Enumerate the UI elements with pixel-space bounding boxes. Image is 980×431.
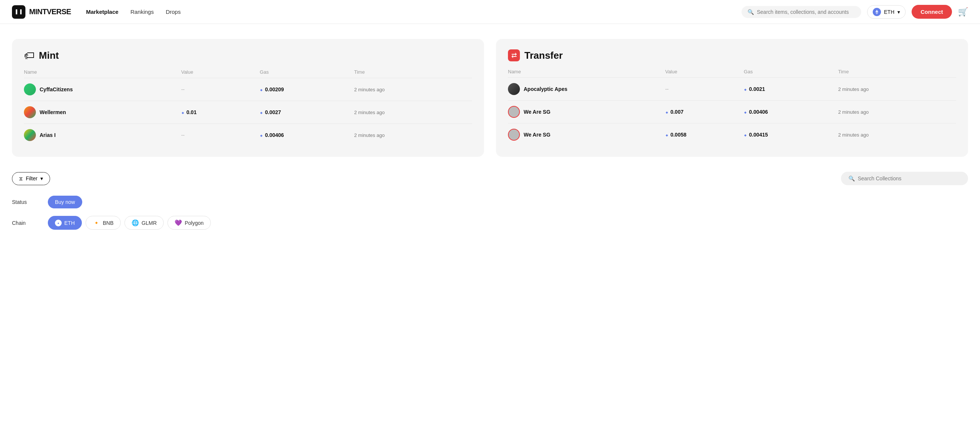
cell-gas: ⬥ 0.00406 — [744, 109, 838, 115]
status-chips: Buy now — [48, 196, 82, 208]
cell-value: ⬥ 0.01 — [181, 109, 260, 115]
chain-chip-polygon[interactable]: 💜 Polygon — [167, 216, 211, 230]
bnb-chain-icon: 🔸 — [93, 219, 100, 226]
nav-marketplace[interactable]: Marketplace — [86, 9, 118, 15]
bnb-chain-label: BNB — [103, 220, 114, 226]
cell-name: We Are SG — [508, 129, 665, 140]
cell-value: -- — [665, 86, 744, 92]
eth-icon — [873, 8, 881, 16]
mint-table-header: Name Value Gas Time — [24, 69, 472, 78]
table-row: Wellermen ⬥ 0.01 ⬥ 0.0027 2 minutes ago — [24, 101, 472, 123]
cell-name: CyffaCitizens — [24, 83, 181, 96]
cell-time: 2 minutes ago — [354, 87, 472, 93]
transfer-col-gas: Gas — [744, 69, 838, 75]
eth-label: ETH — [884, 9, 894, 15]
table-row: We Are SG ⬥ 0.007 ⬥ 0.00406 2 minutes ag… — [508, 100, 956, 123]
mint-col-gas: Gas — [260, 69, 354, 75]
transfer-table-header: Name Value Gas Time — [508, 69, 956, 77]
connect-button[interactable]: Connect — [912, 5, 952, 19]
global-search-bar: 🔍 — [741, 6, 861, 18]
search-icon: 🔍 — [748, 9, 754, 15]
filter-chain-row: Chain ⬥ ETH 🔸 BNB 🌐 GLMR 💜 Polygon — [12, 216, 968, 230]
cards-row: 🏷 Mint Name Value Gas Time CyffaCitizens… — [12, 39, 968, 157]
chain-chip-glmr[interactable]: 🌐 GLMR — [124, 216, 164, 230]
cell-value: -- — [181, 86, 260, 93]
logo-icon: ▌▐ — [12, 5, 25, 19]
mint-card: 🏷 Mint Name Value Gas Time CyffaCitizens… — [12, 39, 484, 157]
cell-name: We Are SG — [508, 106, 665, 118]
cell-name: Apocalyptic Apes — [508, 83, 665, 95]
avatar — [24, 129, 36, 141]
status-label: Status — [12, 199, 42, 205]
eth-selector[interactable]: ETH ▾ — [867, 5, 905, 19]
chain-chip-bnb[interactable]: 🔸 BNB — [86, 216, 121, 230]
polygon-chain-label: Polygon — [185, 220, 204, 226]
filter-status-row: Status Buy now — [12, 196, 968, 208]
cell-value: -- — [181, 132, 260, 138]
cell-gas: ⬥ 0.00415 — [744, 132, 838, 138]
mint-col-value: Value — [181, 69, 260, 75]
logo-text: MINTVERSE — [29, 8, 71, 16]
polygon-chain-icon: 💜 — [175, 219, 182, 226]
glmr-chain-label: GLMR — [142, 220, 157, 226]
global-search-input[interactable] — [757, 9, 855, 15]
search-collections-bar: 🔍 — [841, 172, 968, 185]
avatar — [508, 83, 520, 95]
mint-icon: 🏷 — [24, 49, 34, 62]
chevron-down-icon: ▾ — [897, 9, 900, 15]
avatar — [24, 83, 36, 96]
cell-gas: ⬥ 0.00406 — [260, 132, 354, 138]
table-row: Apocalyptic Apes -- ⬥ 0.0021 2 minutes a… — [508, 77, 956, 100]
cell-name: Arias I — [24, 129, 181, 141]
main-content: 🏷 Mint Name Value Gas Time CyffaCitizens… — [0, 24, 980, 242]
search-collections-input[interactable] — [858, 176, 961, 182]
cell-gas: ⬥ 0.0027 — [260, 109, 354, 115]
cell-value: ⬥ 0.0058 — [665, 132, 744, 138]
mint-card-header: 🏷 Mint — [24, 49, 472, 62]
transfer-card-header: ⇄ Transfer — [508, 49, 956, 61]
filter-chevron-icon: ▾ — [40, 176, 43, 182]
cell-time: 2 minutes ago — [838, 109, 956, 115]
mint-title: Mint — [39, 50, 59, 61]
cell-time: 2 minutes ago — [838, 132, 956, 138]
cell-time: 2 minutes ago — [354, 110, 472, 115]
logo: ▌▐ MINTVERSE — [12, 5, 71, 19]
table-row: Arias I -- ⬥ 0.00406 2 minutes ago — [24, 123, 472, 146]
glmr-chain-icon: 🌐 — [132, 219, 139, 226]
cell-gas: ⬥ 0.00209 — [260, 86, 354, 93]
filter-icon: ⧖ — [19, 176, 23, 182]
cell-gas: ⬥ 0.0021 — [744, 86, 838, 92]
eth-chain-label: ETH — [64, 220, 75, 226]
transfer-title: Transfer — [524, 50, 563, 61]
navbar: ▌▐ MINTVERSE Marketplace Rankings Drops … — [0, 0, 980, 24]
transfer-col-name: Name — [508, 69, 665, 75]
filter-button[interactable]: ⧖ Filter ▾ — [12, 172, 50, 185]
avatar — [24, 106, 36, 118]
avatar — [508, 106, 520, 118]
chain-chip-eth[interactable]: ⬥ ETH — [48, 216, 82, 230]
eth-chain-icon: ⬥ — [55, 220, 62, 226]
cell-time: 2 minutes ago — [354, 132, 472, 138]
avatar — [508, 129, 520, 140]
cart-icon[interactable]: 🛒 — [958, 7, 968, 17]
filter-options: Status Buy now Chain ⬥ ETH 🔸 BNB 🌐 GLMR — [12, 196, 968, 230]
table-row: CyffaCitizens -- ⬥ 0.00209 2 minutes ago — [24, 78, 472, 101]
chain-label: Chain — [12, 220, 42, 226]
mint-col-name: Name — [24, 69, 181, 75]
nav-drops[interactable]: Drops — [165, 9, 181, 15]
filter-label: Filter — [26, 176, 37, 182]
cell-name: Wellermen — [24, 106, 181, 118]
mint-col-time: Time — [354, 69, 472, 75]
transfer-icon: ⇄ — [508, 49, 520, 61]
filter-search-row: ⧖ Filter ▾ 🔍 — [12, 172, 968, 185]
main-nav: Marketplace Rankings Drops — [86, 9, 181, 15]
transfer-card: ⇄ Transfer Name Value Gas Time Apocalypt… — [496, 39, 968, 157]
navbar-right: 🔍 ETH ▾ Connect 🛒 — [741, 5, 968, 19]
cell-value: ⬥ 0.007 — [665, 109, 744, 115]
cell-time: 2 minutes ago — [838, 86, 956, 92]
transfer-col-time: Time — [838, 69, 956, 75]
status-chip-buy-now[interactable]: Buy now — [48, 196, 82, 208]
nav-rankings[interactable]: Rankings — [130, 9, 154, 15]
search-collections-icon: 🔍 — [848, 176, 855, 182]
chain-chips: ⬥ ETH 🔸 BNB 🌐 GLMR 💜 Polygon — [48, 216, 211, 230]
